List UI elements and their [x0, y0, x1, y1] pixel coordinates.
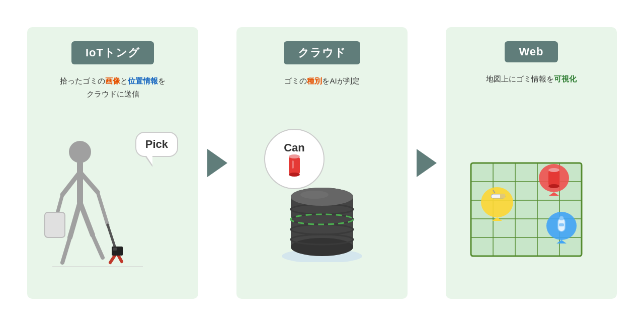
svg-line-13	[93, 235, 103, 258]
database-svg	[272, 182, 372, 262]
svg-point-49	[548, 168, 559, 172]
can-icon-small	[287, 154, 302, 177]
svg-rect-17	[289, 156, 300, 175]
highlight-location: 位置情報	[128, 76, 158, 85]
svg-rect-55	[559, 223, 564, 226]
svg-line-10	[70, 202, 80, 237]
card-web: Web 地図上にゴミ情報を可視化	[446, 27, 617, 299]
card-desc-cloud: ゴミの種別をAIが判定	[284, 74, 359, 100]
card-title-cloud: クラウド	[284, 41, 360, 64]
svg-rect-44	[500, 194, 505, 198]
arrow-2	[417, 149, 437, 177]
svg-rect-16	[113, 248, 117, 251]
highlight-type: 種別	[307, 76, 322, 85]
svg-rect-20	[292, 160, 294, 169]
svg-rect-54	[559, 216, 564, 220]
main-container: IoTトング 拾ったゴミの画像と位置情報をクラウドに送信 Pick	[0, 12, 644, 314]
can-bubble-text: Can	[284, 141, 305, 154]
web-illustration	[456, 103, 607, 289]
svg-rect-48	[548, 170, 559, 186]
svg-line-11	[62, 237, 70, 263]
card-title-iot: IoTトング	[71, 41, 154, 64]
can-bubble: Can	[264, 129, 325, 189]
person-svg	[42, 137, 153, 268]
cloud-illustration: Can	[247, 105, 397, 289]
card-title-web: Web	[505, 41, 557, 62]
svg-point-31	[300, 191, 329, 199]
svg-line-12	[80, 202, 93, 235]
highlight-visualize: 可視化	[554, 74, 577, 83]
card-desc-iot: 拾ったゴミの画像と位置情報をクラウドに送信	[60, 74, 166, 100]
map-svg	[461, 148, 597, 264]
iot-illustration: Pick	[37, 105, 188, 289]
svg-point-41	[481, 187, 513, 217]
svg-point-24	[291, 238, 353, 256]
svg-point-19	[289, 173, 300, 177]
svg-point-0	[69, 141, 91, 163]
highlight-image: 画像	[105, 76, 120, 85]
card-cloud: クラウド ゴミの種別をAIが判定 Can	[236, 27, 408, 299]
card-iot-tong: IoTトング 拾ったゴミの画像と位置情報をクラウドに送信 Pick	[27, 27, 198, 299]
svg-point-18	[289, 154, 300, 158]
arrow-1	[207, 149, 227, 177]
card-desc-web: 地図上にゴミ情報を可視化	[486, 72, 577, 98]
svg-line-3	[98, 192, 108, 225]
svg-point-50	[548, 184, 559, 188]
svg-rect-9	[45, 212, 65, 237]
